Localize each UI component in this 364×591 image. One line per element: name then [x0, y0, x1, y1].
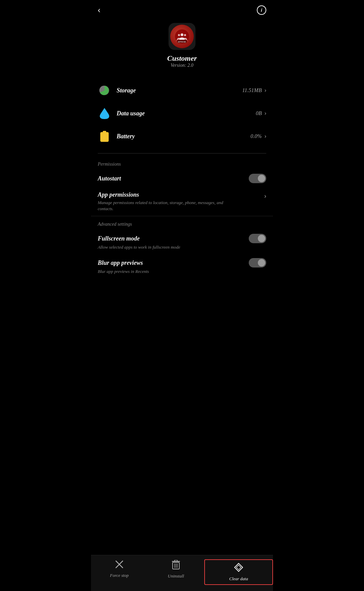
svg-point-3 — [184, 34, 186, 36]
fullscreen-mode-title: Fullscreen mode — [98, 235, 140, 242]
storage-row[interactable]: Storage 11.51MB › — [91, 79, 273, 102]
blur-app-previews-row[interactable]: Blur app previews Blur app previews in R… — [91, 254, 273, 278]
stats-divider — [98, 153, 266, 153]
app-permissions-chevron: › — [264, 191, 266, 200]
battery-chevron: › — [265, 133, 266, 139]
app-permissions-text: App permissions Manage permissions relat… — [98, 191, 262, 212]
svg-point-1 — [181, 33, 183, 36]
fullscreen-mode-desc: Allow selected apps to work in fullscree… — [98, 245, 266, 250]
autostart-row[interactable]: Autostart — [91, 170, 273, 187]
advanced-settings-section-label: Advanced settings — [91, 216, 273, 230]
data-usage-chevron: › — [265, 110, 266, 116]
storage-value: 11.51MB — [242, 87, 262, 93]
app-permissions-row[interactable]: App permissions Manage permissions relat… — [91, 187, 273, 216]
blur-app-previews-toggle[interactable] — [249, 258, 266, 268]
app-permissions-title: App permissions — [98, 191, 262, 198]
fullscreen-mode-header: Fullscreen mode — [98, 234, 266, 243]
autostart-label: Autostart — [98, 175, 121, 182]
back-button[interactable]: ‹ — [98, 5, 100, 15]
autostart-toggle[interactable] — [249, 174, 266, 183]
storage-chevron: › — [265, 87, 266, 93]
app-name: Customer — [167, 54, 197, 63]
svg-point-0 — [175, 29, 189, 44]
info-button[interactable]: i — [257, 5, 266, 15]
app-permissions-desc: Manage permissions related to location, … — [98, 200, 226, 212]
battery-icon — [98, 130, 111, 143]
battery-label: Battery — [117, 133, 250, 140]
permissions-section-label: Permissions — [91, 156, 273, 170]
app-icon-section: HITACHI Customer Version: 2.0 — [91, 18, 273, 76]
stats-section: Storage 11.51MB › Data usage 0B › — [91, 76, 273, 150]
battery-row[interactable]: Battery 0.0% › — [91, 125, 273, 148]
fullscreen-mode-toggle-knob — [258, 235, 265, 242]
svg-rect-7 — [100, 132, 109, 142]
svg-point-2 — [178, 34, 180, 36]
header: ‹ i — [91, 0, 273, 18]
autostart-toggle-knob — [258, 175, 265, 182]
blur-app-previews-desc: Blur app previews in Recents — [98, 269, 266, 274]
blur-app-previews-header: Blur app previews — [98, 258, 266, 268]
svg-text:HITACHI: HITACHI — [178, 41, 186, 43]
storage-label: Storage — [117, 87, 242, 94]
app-icon: HITACHI — [169, 23, 195, 50]
svg-rect-4 — [177, 40, 187, 43]
fullscreen-mode-toggle[interactable] — [249, 234, 266, 243]
data-usage-icon — [98, 107, 111, 120]
app-icon-inner: HITACHI — [170, 25, 194, 48]
fullscreen-mode-row[interactable]: Fullscreen mode Allow selected apps to w… — [91, 230, 273, 254]
blur-app-previews-toggle-knob — [258, 259, 265, 266]
data-usage-label: Data usage — [117, 110, 256, 117]
app-logo-svg: HITACHI — [175, 29, 189, 44]
svg-rect-8 — [103, 131, 106, 133]
data-usage-value: 0B — [256, 110, 262, 116]
battery-value: 0.0% — [250, 133, 262, 139]
data-usage-row[interactable]: Data usage 0B › — [91, 102, 273, 125]
blur-app-previews-title: Blur app previews — [98, 259, 143, 266]
app-version: Version: 2.0 — [171, 63, 193, 68]
storage-icon — [98, 84, 111, 97]
